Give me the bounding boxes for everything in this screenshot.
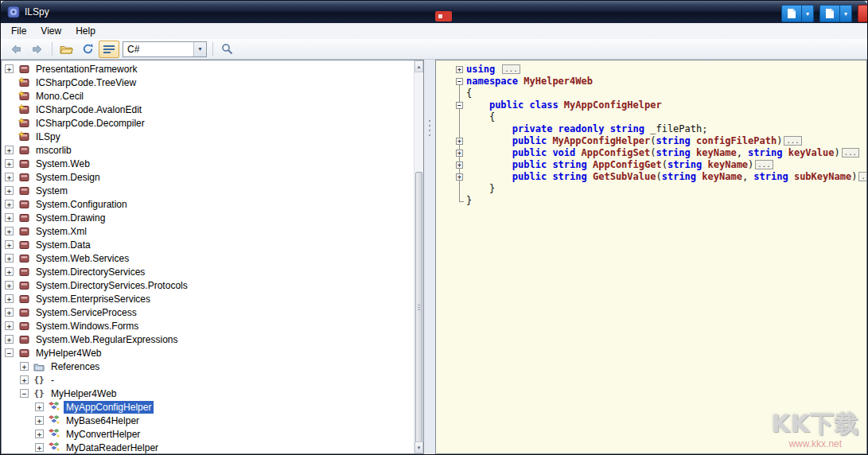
tree-item-dash[interactable]: +{}- [2, 373, 414, 387]
expand-icon[interactable]: + [5, 294, 14, 303]
overlay-dropdown-chevron[interactable]: ▾ [802, 5, 814, 22]
tree-item-mono-cecil[interactable]: Mono.Cecil [2, 89, 414, 103]
back-button[interactable] [6, 41, 26, 58]
tree-item-system-configuration[interactable]: +System.Configuration [2, 197, 414, 211]
assembly-icon [18, 348, 30, 359]
expand-icon[interactable]: + [5, 146, 14, 154]
tree-scrollbar[interactable]: ▲ ▼ [414, 60, 423, 453]
expand-icon[interactable]: + [5, 240, 14, 249]
code-line: + public void AppConfigSet(string keyNam… [455, 147, 866, 159]
plain-token: _filePath; [644, 123, 707, 134]
collapsed-region[interactable]: ... [755, 160, 773, 169]
language-selector[interactable]: C# ▼ [123, 41, 207, 57]
expand-icon[interactable]: + [35, 443, 44, 452]
fold-expand-icon[interactable]: + [456, 138, 463, 145]
collapse-icon[interactable]: − [5, 348, 14, 357]
fold-expand-icon[interactable]: + [456, 66, 463, 73]
menu-file[interactable]: File [4, 24, 33, 38]
expand-icon[interactable]: + [5, 173, 14, 181]
tree-item-system-enterpriseservices[interactable]: +System.EnterpriseServices [2, 292, 414, 305]
overlay-document-button-2[interactable] [819, 5, 840, 22]
declaration-token: keyName [696, 147, 737, 158]
menu-view[interactable]: View [33, 24, 68, 38]
collapsed-region[interactable]: ... [842, 148, 859, 158]
expand-icon[interactable]: + [5, 159, 14, 168]
tree-item-system[interactable]: +System [2, 184, 414, 197]
tree-item-mybase64helper[interactable]: +MyBase64Helper [2, 414, 414, 427]
expand-icon[interactable]: + [5, 213, 14, 222]
assembly-list-button[interactable] [99, 41, 119, 58]
plain-token: } [466, 183, 495, 194]
open-button[interactable] [56, 41, 76, 58]
expand-icon[interactable]: + [5, 308, 14, 317]
expand-icon[interactable]: + [5, 227, 14, 235]
expand-icon[interactable]: + [35, 430, 44, 438]
tree-item-ilspy[interactable]: ILSpy [2, 130, 414, 143]
tree-item-icsharpcode-decompiler[interactable]: ICSharpCode.Decompiler [2, 116, 414, 130]
tree-item-myhelper4web[interactable]: −MyHelper4Web [2, 346, 414, 360]
expand-icon[interactable]: + [35, 416, 44, 425]
expand-icon[interactable]: + [35, 402, 44, 411]
forward-button[interactable] [27, 41, 48, 58]
titlebar-overlay-buttons: ▾ ▾ [776, 5, 861, 22]
panel-splitter[interactable] [424, 60, 435, 454]
tree-item-system-serviceprocess[interactable]: +System.ServiceProcess [2, 305, 414, 319]
scrollbar-thumb[interactable] [415, 172, 422, 444]
tree-item-myappconfighelper[interactable]: +MyAppConfigHelper [2, 400, 414, 414]
plain-token [587, 171, 593, 182]
plain-token [466, 147, 512, 158]
tree-item-myhelper4web[interactable]: −{}MyHelper4Web [2, 387, 414, 400]
collapsed-region[interactable]: ... [784, 136, 801, 146]
expand-icon[interactable]: + [5, 200, 14, 208]
tree-item-system-directoryservices-protocols[interactable]: +System.DirectoryServices.Protocols [2, 278, 414, 292]
tree-item-myconverthelper[interactable]: +MyConvertHelper [2, 427, 414, 441]
tree-item-system-directoryservices[interactable]: +System.DirectoryServices [2, 265, 414, 278]
declaration-token: MyHelper4Web [524, 76, 593, 87]
close-button-partial[interactable] [858, 5, 867, 22]
expand-icon[interactable]: + [5, 64, 14, 73]
expand-icon[interactable]: + [20, 362, 29, 371]
overlay-document-button[interactable] [781, 5, 802, 22]
tree-item-mydatareaderhelper[interactable]: +MyDataReaderHelper [2, 441, 414, 453]
fold-collapse-icon[interactable]: − [456, 102, 463, 109]
fold-expand-icon[interactable]: + [456, 161, 463, 169]
expand-icon[interactable]: + [5, 335, 14, 344]
tree-item-mscorlib[interactable]: +mscorlib [2, 143, 414, 157]
tree-item-icsharpcode-treeview[interactable]: ICSharpCode.TreeView [2, 76, 414, 89]
chevron-down-icon[interactable]: ▼ [193, 42, 206, 56]
expand-icon[interactable]: + [5, 267, 14, 276]
search-button[interactable] [216, 41, 237, 58]
tree-item-system-web-regularexpressions[interactable]: +System.Web.RegularExpressions [2, 332, 414, 346]
tree-item-system-xml[interactable]: +System.Xml [2, 224, 414, 238]
decompiled-code-view[interactable]: +using ...−namespace MyHelper4Web{− publ… [435, 60, 867, 454]
tree-item-icsharpcode-avalonedit[interactable]: ICSharpCode.AvalonEdit [2, 103, 414, 116]
tree-item-presentationframework[interactable]: +PresentationFramework [2, 62, 414, 76]
tree-item-system-drawing[interactable]: +System.Drawing [2, 211, 414, 224]
keyword-token: void [552, 147, 575, 158]
expand-icon[interactable]: + [5, 254, 14, 262]
collapsed-region[interactable]: ... [502, 64, 520, 74]
overlay-dropdown-chevron-2[interactable]: ▾ [840, 5, 852, 22]
fold-expand-icon[interactable]: + [456, 173, 463, 181]
tree-item-system-web-services[interactable]: +System.Web.Services [2, 251, 414, 265]
tree-item-label: System.EnterpriseServices [33, 293, 153, 305]
collapse-icon[interactable]: − [20, 389, 29, 398]
collapsed-region[interactable]: ... [858, 172, 867, 181]
scroll-up-icon[interactable]: ▲ [415, 60, 423, 72]
menu-help[interactable]: Help [68, 24, 103, 38]
fold-expand-icon[interactable]: + [456, 150, 463, 157]
titlebar[interactable]: ILSpy ▾ ▾ [1, 1, 867, 23]
scroll-down-icon[interactable]: ▼ [415, 441, 423, 453]
expand-icon[interactable]: + [5, 281, 14, 290]
expand-icon[interactable]: + [5, 186, 14, 195]
tree-item-references[interactable]: +References [2, 360, 414, 373]
expand-icon[interactable]: + [5, 321, 14, 330]
fold-collapse-icon[interactable]: − [456, 78, 463, 85]
refresh-button[interactable] [77, 41, 98, 58]
tree-item-system-windows-forms[interactable]: +System.Windows.Forms [2, 319, 414, 332]
tree-item-system-design[interactable]: +System.Design [2, 170, 414, 184]
toolbar: C# ▼ [1, 39, 867, 60]
tree-item-system-data[interactable]: +System.Data [2, 238, 414, 251]
tree-item-system-web[interactable]: +System.Web [2, 157, 414, 170]
expand-icon[interactable]: + [20, 375, 29, 384]
